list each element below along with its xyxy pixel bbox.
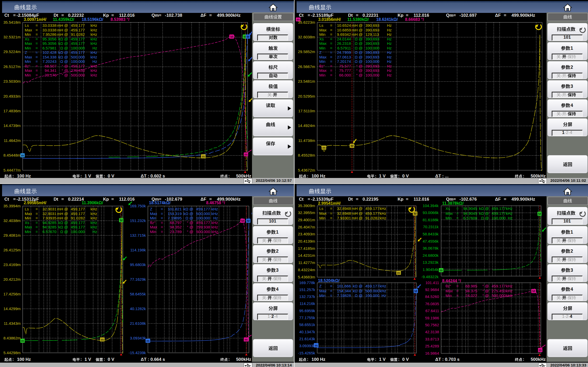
svg-text:m: m: [202, 155, 205, 158]
svg-text:M: M: [230, 35, 233, 39]
svg-text:M: M: [241, 219, 244, 223]
svg-text:m: m: [322, 146, 325, 150]
svg-text:M: M: [532, 289, 535, 293]
svg-text:m: m: [146, 339, 149, 343]
svg-text:M: M: [350, 144, 353, 148]
svg-text:M: M: [247, 219, 250, 223]
svg-text:m: m: [21, 153, 24, 157]
svg-text:M: M: [247, 35, 249, 39]
svg-text:m: m: [539, 348, 542, 352]
